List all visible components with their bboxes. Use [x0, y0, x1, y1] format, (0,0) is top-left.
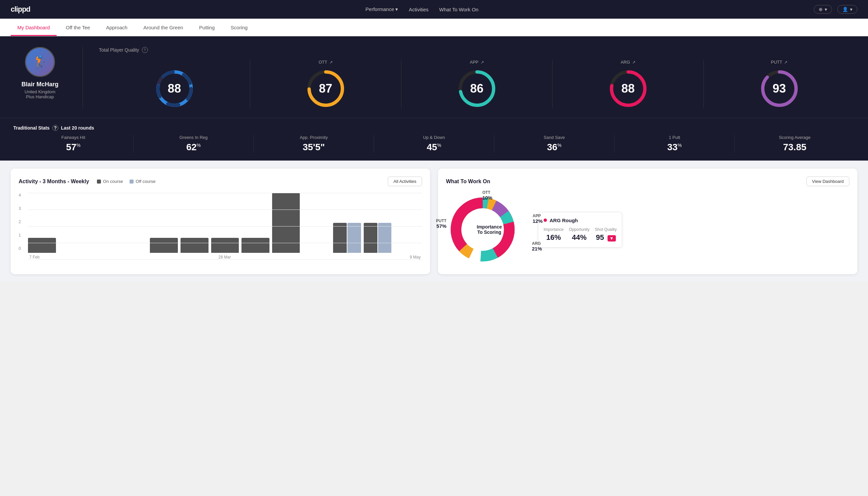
activity-panel-header: Activity - 3 Months - Weekly On course O… [19, 176, 422, 186]
stat-value: 36% [500, 142, 609, 153]
all-activities-button[interactable]: All Activities [388, 176, 422, 186]
ring-app: 86 [457, 68, 497, 109]
user-button[interactable]: 👤 ▾ [837, 5, 857, 14]
tab-my-dashboard[interactable]: My Dashboard [11, 19, 57, 36]
bar-empty [302, 252, 330, 253]
bar-group [364, 223, 392, 253]
nav-performance[interactable]: Performance ▾ [365, 6, 398, 12]
bar-empty [120, 252, 147, 253]
player-name: Blair McHarg [21, 81, 58, 88]
bar-group [59, 252, 86, 253]
activity-panel: Activity - 3 Months - Weekly On course O… [11, 169, 430, 274]
bar-group [28, 238, 56, 253]
arg-stat-shot-quality: Shot Quality 95 ▼ [595, 227, 617, 242]
nav-activities[interactable]: Activities [409, 7, 428, 12]
donut-label-putt: PUTT 57% [436, 218, 446, 229]
stat-value: 45% [379, 142, 489, 153]
wtwon-panel-header: What To Work On View Dashboard [446, 176, 849, 186]
score-card-arg: ARG ↗ 88 [553, 60, 704, 109]
wtwon-panel-title: What To Work On [446, 179, 490, 185]
stat-fairways-hit: Fairways Hit 57% [13, 135, 133, 153]
tab-off-the-tee[interactable]: Off the Tee [59, 19, 97, 36]
avatar: 🏌️ [25, 47, 55, 77]
stat-value: 73.85 [740, 142, 849, 153]
stat-value: 62% [139, 142, 248, 153]
bar-off-course [347, 223, 361, 253]
bar-on-course [150, 238, 178, 253]
bottom-panels: Activity - 3 Months - Weekly On course O… [0, 160, 868, 282]
bar-on-course [241, 238, 269, 253]
stats-row: Fairways Hit 57% Greens In Reg 62% App. … [13, 135, 855, 153]
brand-logo[interactable]: clippd [11, 5, 30, 14]
stat-label: App. Proximity [259, 135, 368, 140]
hero-section: 🏌️ Blair McHarg United Kingdom Plus Hand… [0, 36, 868, 118]
player-info: 🏌️ Blair McHarg United Kingdom Plus Hand… [13, 47, 67, 99]
donut-label-ott: OTT 10% [482, 190, 492, 201]
legend-dot-off [129, 180, 133, 184]
bar-empty [394, 252, 422, 253]
legend-on-course: On course [97, 179, 123, 184]
score-card-app: APP ↗ 86 [401, 60, 553, 109]
score-value-total: 88 [168, 82, 181, 96]
ring-putt: 93 [759, 68, 800, 109]
view-dashboard-button[interactable]: View Dashboard [806, 176, 849, 186]
bar-group [211, 238, 239, 253]
bar-on-course [180, 238, 208, 253]
score-card-ott: OTT ↗ 87 [250, 60, 401, 109]
bar-on-course [28, 238, 56, 253]
stat-app-proximity: App. Proximity 35'5" [254, 135, 374, 153]
stat-label: Up & Down [379, 135, 489, 140]
bar-group [150, 238, 178, 253]
scores-title: Total Player Quality ? [99, 47, 855, 53]
stat-sand-save: Sand Save 36% [494, 135, 615, 153]
top-navigation: clippd Performance ▾ Activities What To … [0, 0, 868, 19]
score-card-putt: PUTT ↗ 93 [704, 60, 855, 109]
arg-stats: Importance 16% Opportunity 44% Shot Qual… [543, 227, 617, 242]
trad-stats-header: Traditional Stats ? Last 20 rounds [13, 125, 855, 131]
user-icon: 👤 [842, 7, 848, 12]
arrow-icon-arg: ↗ [632, 60, 635, 65]
score-value-arg: 88 [621, 82, 634, 96]
bar-empty [59, 252, 86, 253]
bar-group [89, 252, 117, 253]
nav-what-to-work-on[interactable]: What To Work On [439, 7, 479, 12]
tab-putting[interactable]: Putting [192, 19, 221, 36]
player-country: United Kingdom [25, 89, 56, 94]
nav-right: ⊕ ▾ 👤 ▾ [814, 5, 857, 14]
tab-bar: My Dashboard Off the Tee Approach Around… [0, 19, 868, 36]
donut-label-arg: ARG 21% [532, 241, 542, 251]
score-label-total [174, 60, 175, 65]
bar-on-course [272, 193, 300, 253]
add-button[interactable]: ⊕ ▾ [814, 5, 832, 14]
tab-approach[interactable]: Approach [99, 19, 134, 36]
score-label-ott: OTT ↗ [319, 60, 333, 65]
info-icon[interactable]: ? [142, 47, 148, 53]
stat-1-putt: 1 Putt 33% [615, 135, 735, 153]
chart-bars [28, 193, 422, 253]
trad-stats-title: Traditional Stats [13, 125, 50, 130]
score-label-app: APP ↗ [470, 60, 484, 65]
stat-value: 35'5" [259, 142, 368, 153]
trad-stats-subtitle: Last 20 rounds [61, 125, 94, 130]
bar-group [241, 238, 269, 253]
score-card-total: 88 [99, 60, 250, 109]
chart-legend: On course Off course [97, 179, 156, 184]
down-badge: ▼ [607, 235, 616, 242]
arrow-icon-putt: ↗ [784, 60, 787, 65]
tab-scoring[interactable]: Scoring [224, 19, 254, 36]
stat-scoring-average: Scoring Average 73.85 [735, 135, 855, 153]
arg-card: ARG Rough Importance 16% Opportunity 44%… [538, 212, 622, 248]
plus-icon: ⊕ [819, 7, 823, 12]
bar-group [180, 238, 208, 253]
stat-greens-in-reg: Greens In Reg 62% [133, 135, 254, 153]
what-to-work-on-panel: What To Work On View Dashboard Imp [438, 169, 857, 274]
trad-info-icon[interactable]: ? [52, 125, 58, 131]
y-axis-labels: 4 3 2 1 0 [19, 193, 21, 251]
bar-group [120, 252, 147, 253]
tab-around-the-green[interactable]: Around the Green [137, 19, 190, 36]
stat-label: Sand Save [500, 135, 609, 140]
donut-wrapper: Importance To Scoring PUTT 57% OTT 10% A… [446, 193, 533, 266]
legend-off-course: Off course [129, 179, 156, 184]
score-label-arg: ARG ↗ [620, 60, 635, 65]
arrow-icon-ott: ↗ [329, 60, 333, 65]
